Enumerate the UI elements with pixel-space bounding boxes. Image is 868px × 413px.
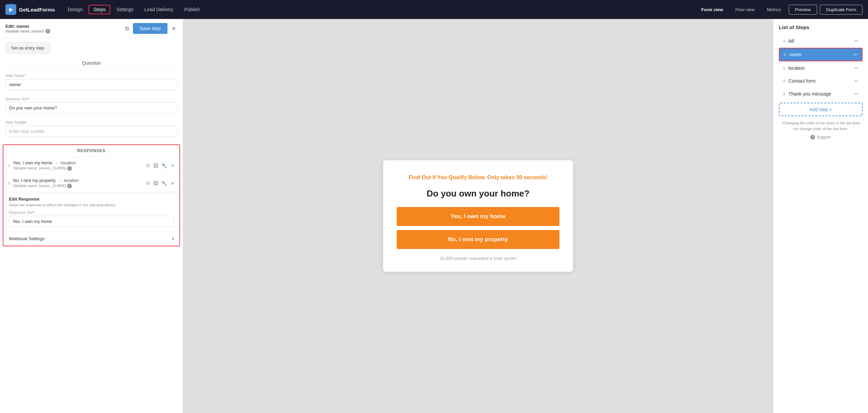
question-text-group: Question Text* <box>0 94 183 117</box>
response-text-group: Response Text* <box>9 210 174 227</box>
preview-top-text: Find Out if You Qualify Below. Only take… <box>397 174 559 181</box>
right-panel: List of Steps ≡ bill ✏ ≡ owner ✏ ≡ locat… <box>773 19 868 413</box>
response-actions-1: ⧉ 🖼 🔧 ✕ <box>146 162 175 169</box>
nav-lead-delivery[interactable]: Lead Delivery <box>140 5 178 14</box>
preview-question: Do you own your home? <box>397 188 559 199</box>
edit-icon-thankyou[interactable]: ✏ <box>854 91 859 97</box>
response-text-label: Response Text* <box>9 210 174 214</box>
step-item-contact-form[interactable]: ≡ Contact form ✏ <box>779 75 863 87</box>
nav-settings[interactable]: Settings <box>112 5 138 14</box>
response-text-2: No, I rent my property → location <box>13 178 143 183</box>
preview-footer: 31,593 people requested a solar quote! <box>397 256 559 261</box>
step-name-contact: Contact form <box>788 78 852 84</box>
response-var-1: Variable name: {owner_210805} ? <box>13 166 143 171</box>
response-actions-2: ⧉ 🖼 🔧 ✕ <box>146 180 175 187</box>
flow-view-btn[interactable]: Flow view <box>731 5 760 14</box>
left-panel-header: Edit: owner Variable name: {owner} ? ⧉ S… <box>0 19 183 38</box>
step-item-bill[interactable]: ≡ bill ✏ <box>779 35 863 47</box>
step-name-label: Step Name* <box>5 74 177 78</box>
edit-response-subtitle: (Save the response to reflect the change… <box>9 203 174 207</box>
edit-response-title: Edit Response <box>9 197 174 202</box>
logo-symbol: ▶ <box>9 7 13 12</box>
question-text-input[interactable] <box>5 102 177 113</box>
close-panel-button[interactable]: ✕ <box>170 24 177 33</box>
support-help-icon: ? <box>810 135 815 140</box>
center-area: Find Out if You Qualify Below. Only take… <box>183 19 773 413</box>
response-1-edit-btn[interactable]: 🔧 <box>161 162 168 169</box>
response-2-image-btn[interactable]: 🖼 <box>153 180 159 187</box>
response-1-copy-btn[interactable]: ⧉ <box>146 162 151 169</box>
left-panel: Edit: owner Variable name: {owner} ? ⧉ S… <box>0 19 183 413</box>
edit-icon-bill[interactable]: ✏ <box>854 38 859 44</box>
metrics-btn[interactable]: Metrics <box>762 5 786 14</box>
add-step-button[interactable]: Add step + <box>779 103 863 116</box>
drag-icon-bill: ≡ <box>783 38 786 44</box>
response-2-copy-btn[interactable]: ⧉ <box>146 180 151 187</box>
preview-button[interactable]: Preview <box>789 5 817 15</box>
form-preview: Find Out if You Qualify Below. Only take… <box>383 160 573 271</box>
copy-icon-btn[interactable]: ⧉ <box>124 24 130 33</box>
edit-title: Edit: owner <box>5 24 50 29</box>
response-1-help-icon[interactable]: ? <box>67 166 72 171</box>
support-label: Support <box>816 135 831 140</box>
step-name-group: Step Name* <box>0 70 183 94</box>
variable-help-icon[interactable]: ? <box>45 29 50 34</box>
drag-icon-thankyou: ≡ <box>783 91 786 97</box>
header-actions: ⧉ Save step ✕ <box>124 23 177 34</box>
logo-area: ▶ GetLeadForms <box>5 4 55 15</box>
response-2-edit-btn[interactable]: 🔧 <box>161 180 168 187</box>
step-name-bill: bill <box>788 38 852 44</box>
duplicate-form-button[interactable]: Duplicate Form <box>820 5 863 15</box>
edit-response-section: Edit Response (Save the response to refl… <box>3 192 179 231</box>
webhook-section[interactable]: Webhook Settings › <box>3 231 179 246</box>
drag-icon-owner: ≡ <box>784 52 786 57</box>
top-nav: ▶ GetLeadForms Design Steps Settings Lea… <box>0 0 868 19</box>
step-name-input[interactable] <box>5 79 177 90</box>
responses-section: RESPONSES ≡ Yes, I own my home → locatio… <box>3 144 180 246</box>
drag-handle-2[interactable]: ≡ <box>7 181 10 186</box>
response-text-input[interactable] <box>9 216 174 227</box>
set-entry-step-button[interactable]: Set as entry step <box>5 42 50 54</box>
edit-icon-owner[interactable]: ✏ <box>854 52 858 57</box>
step-subtitle-input[interactable] <box>5 126 177 137</box>
step-item-location[interactable]: ≡ location ✏ <box>779 62 863 74</box>
drag-icon-location: ≡ <box>783 65 786 71</box>
response-1-image-btn[interactable]: 🖼 <box>153 162 159 169</box>
response-text-1: Yes, I own my home → location <box>13 160 143 165</box>
drag-handle-1[interactable]: ≡ <box>7 163 10 168</box>
edit-icon-location[interactable]: ✏ <box>854 65 859 71</box>
preview-btn-2[interactable]: No, I rent my property <box>397 230 559 249</box>
drag-icon-contact: ≡ <box>783 78 786 84</box>
form-view-btn[interactable]: Form view <box>696 5 728 14</box>
arrow-icon-2: → <box>58 178 62 183</box>
nav-steps[interactable]: Steps <box>88 5 110 14</box>
logo-text: GetLeadForms <box>19 7 55 13</box>
edit-icon-contact[interactable]: ✏ <box>854 78 859 84</box>
response-item-1: ≡ Yes, I own my home → location Variable… <box>3 157 179 174</box>
step-name-owner: owner <box>789 52 851 57</box>
save-step-button[interactable]: Save step <box>133 23 167 34</box>
nav-design[interactable]: Design <box>63 5 87 14</box>
response-2-help-icon[interactable]: ? <box>67 184 72 188</box>
response-2-delete-btn[interactable]: ✕ <box>170 180 175 187</box>
webhook-chevron-icon: › <box>172 235 174 242</box>
logo-icon: ▶ <box>5 4 16 15</box>
variable-name: Variable name: {owner} ? <box>5 29 50 34</box>
step-name-location: location <box>788 65 852 71</box>
step-subtitle-label: Step Subtitle <box>5 120 177 124</box>
step-item-thank-you[interactable]: ≡ Thank you message ✏ <box>779 88 863 100</box>
question-text-label: Question Text* <box>5 97 177 101</box>
response-item-2: ≡ No, I rent my property → location Vari… <box>3 174 179 192</box>
preview-btn-1[interactable]: Yes, I own my home <box>397 207 559 226</box>
step-subtitle-group: Step Subtitle <box>0 117 183 140</box>
steps-list-title: List of Steps <box>779 24 863 30</box>
responses-header: RESPONSES <box>3 145 179 157</box>
response-content-1: Yes, I own my home → location Variable n… <box>13 160 143 171</box>
response-1-delete-btn[interactable]: ✕ <box>170 162 175 169</box>
response-var-2: Variable name: {owner_210806} ? <box>13 184 143 188</box>
step-item-owner[interactable]: ≡ owner ✏ <box>779 48 863 61</box>
response-content-2: No, I rent my property → location Variab… <box>13 178 143 188</box>
support-link[interactable]: ? Support <box>779 135 863 140</box>
nav-right: Form view Flow view Metrics Preview Dupl… <box>696 5 863 15</box>
nav-publish[interactable]: Publish <box>179 5 204 14</box>
